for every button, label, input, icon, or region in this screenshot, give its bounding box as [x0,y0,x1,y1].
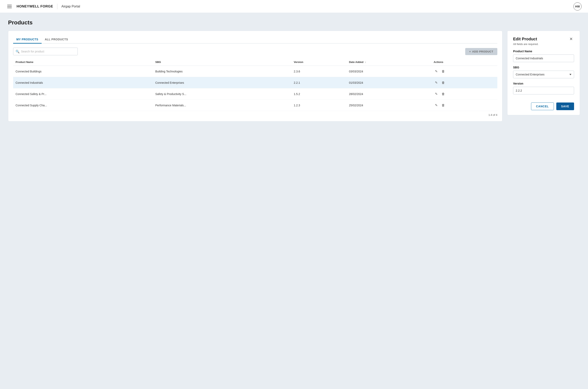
logo: HONEYWELL FORGE [17,4,53,8]
version-input[interactable] [513,87,574,95]
cell-actions: ✎ 🗑 [431,88,497,100]
cell-product-name: Connected Industrials [13,77,153,88]
hamburger-menu[interactable] [6,4,12,9]
avatar[interactable]: HW [573,2,582,10]
cell-product-name: Connected Buildings [13,66,153,77]
col-actions: Actions [431,59,497,66]
cell-sbg: Connected Enterprises [153,77,291,88]
delete-button[interactable]: 🗑 [440,91,446,97]
cell-product-name: Connected Safety & Pr... [13,88,153,100]
cell-actions: ✎ 🗑 [431,100,497,111]
pagination: 1-4 of 4 [13,111,497,116]
col-date-added[interactable]: Date Added ↑ [346,59,431,66]
cell-version: 2.3.6 [291,66,346,77]
table-header: Product Name SBG Version Date Added ↑ Ac… [13,59,497,66]
page-title: Products [8,19,580,26]
cancel-button[interactable]: CANCEL [531,102,554,110]
close-button[interactable]: ✕ [568,36,574,41]
table-row: Connected Supply Cha...Performance Mater… [13,100,497,111]
page: Products MY PRODUCTS ALL PRODUCTS 🔍 + AD… [0,13,588,128]
search-wrapper: 🔍 [13,48,78,55]
col-version: Version [291,59,346,66]
header-divider [57,4,57,9]
actions-group: ✎ 🗑 [434,102,495,108]
col-product-name: Product Name [13,59,153,66]
cell-version: 1.2.3 [291,100,346,111]
tabs: MY PRODUCTS ALL PRODUCTS [13,36,497,44]
content-area: MY PRODUCTS ALL PRODUCTS 🔍 + ADD PRODUCT [8,31,580,122]
delete-button[interactable]: 🗑 [440,69,446,74]
required-note: All fields are required. [513,43,574,46]
cell-actions: ✎ 🗑 [431,66,497,77]
header-left: HONEYWELL FORGE Airgap Portal [6,4,80,9]
edit-button[interactable]: ✎ [434,80,439,85]
search-icon: 🔍 [16,50,20,54]
delete-button[interactable]: 🗑 [440,103,446,108]
cell-actions: ✎ 🗑 [431,77,497,88]
cell-sbg: Building Technologies [153,66,291,77]
version-label: Version [513,82,574,85]
edit-panel: Edit Product ✕ All fields are required. … [507,31,580,115]
product-name-input[interactable] [513,55,574,62]
cell-date-added: 01/03/2024 [346,77,431,88]
add-product-label: ADD PRODUCT [472,50,493,53]
edit-panel-title: Edit Product [513,37,537,41]
cell-date-added: 25/02/2024 [346,100,431,111]
cell-version: 2.2.1 [291,77,346,88]
add-icon: + [469,50,471,53]
header: HONEYWELL FORGE Airgap Portal HW [0,0,588,13]
add-product-button[interactable]: + ADD PRODUCT [465,48,497,55]
tab-my-products[interactable]: MY PRODUCTS [13,36,42,44]
edit-button[interactable]: ✎ [434,69,439,74]
edit-panel-header: Edit Product ✕ [513,36,574,41]
products-table: Product Name SBG Version Date Added ↑ Ac… [13,59,497,111]
actions-group: ✎ 🗑 [434,80,495,85]
tab-all-products[interactable]: ALL PRODUCTS [42,36,71,44]
cell-sbg: Performance Materials... [153,100,291,111]
delete-button[interactable]: 🗑 [440,80,446,85]
sort-arrow-icon: ↑ [365,61,366,63]
cell-date-added: 28/02/2024 [346,88,431,100]
table-row: Connected Safety & Pr...Safety & Product… [13,88,497,100]
cell-version: 1.5.2 [291,88,346,100]
edit-button[interactable]: ✎ [434,102,439,108]
table-body: Connected BuildingsBuilding Technologies… [13,66,497,111]
sbg-label: SBG [513,66,574,69]
actions-group: ✎ 🗑 [434,69,495,74]
cell-sbg: Safety & Productivity S... [153,88,291,100]
actions-group: ✎ 🗑 [434,91,495,97]
table-row: Connected IndustrialsConnected Enterpris… [13,77,497,88]
save-button[interactable]: SAVE [556,102,574,110]
cell-date-added: 03/03/2024 [346,66,431,77]
sbg-select[interactable]: Connected EnterprisesBuilding Technologi… [513,71,574,78]
portal-name: Airgap Portal [61,5,80,8]
product-name-label: Product Name [513,50,574,53]
cell-product-name: Connected Supply Cha... [13,100,153,111]
edit-button[interactable]: ✎ [434,91,439,97]
col-sbg: SBG [153,59,291,66]
search-input[interactable] [13,48,78,55]
toolbar: 🔍 + ADD PRODUCT [13,48,497,55]
edit-panel-footer: CANCEL SAVE [513,102,574,110]
table-section: MY PRODUCTS ALL PRODUCTS 🔍 + ADD PRODUCT [8,31,502,122]
table-row: Connected BuildingsBuilding Technologies… [13,66,497,77]
